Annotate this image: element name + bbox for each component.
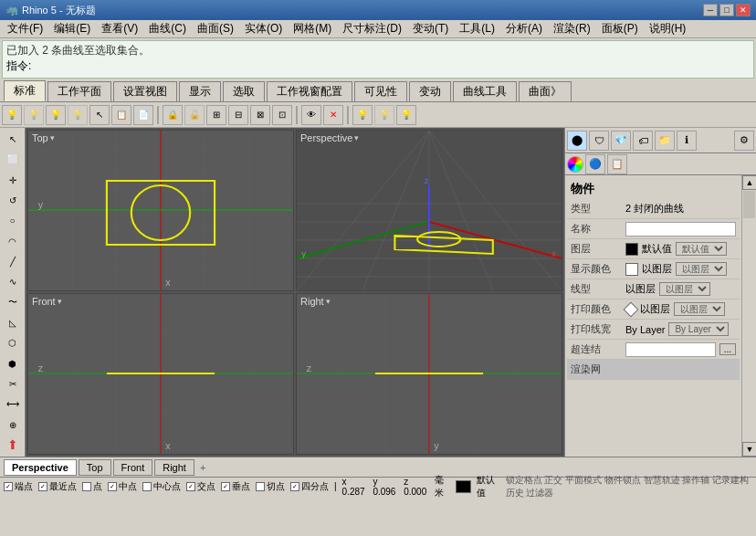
tab-visible[interactable]: 可见性 (354, 81, 407, 101)
tab-select[interactable]: 选取 (223, 81, 265, 101)
tool-layer2[interactable]: 📄 (133, 105, 153, 125)
snap-mid-check[interactable] (108, 482, 117, 491)
viewport-front[interactable]: Front ▾ x z (27, 293, 294, 455)
snap-tan-check[interactable] (256, 482, 265, 491)
tool-3d1[interactable]: ◺ (2, 313, 24, 332)
bottom-tab-add-button[interactable]: + (196, 461, 209, 474)
tool-lightbulb-1[interactable]: 💡 (2, 105, 22, 125)
tool-trim[interactable]: ✂ (2, 374, 24, 394)
tab-display[interactable]: 显示 (179, 81, 221, 101)
tool-cursor[interactable]: ↖ (89, 105, 110, 125)
snap-quad[interactable]: 四分点 (290, 480, 329, 493)
viewport-perspective-dropdown[interactable]: ▾ (354, 133, 359, 142)
bottom-tab-perspective[interactable]: Perspective (4, 459, 77, 476)
rp-btn-folder[interactable]: 📁 (655, 131, 675, 151)
tool-lightbulb-4[interactable]: 💡 (68, 105, 88, 125)
tool-extend[interactable]: ⟷ (2, 394, 24, 414)
viewport-top[interactable]: Top ▾ (27, 130, 294, 291)
hyperlink-input[interactable] (625, 342, 716, 357)
menu-analysis[interactable]: 分析(A) (500, 20, 548, 37)
tab-transform[interactable]: 变动 (409, 81, 451, 101)
tool-grid4[interactable]: ⊡ (272, 105, 292, 125)
tool-layer[interactable]: 📋 (111, 105, 131, 125)
scroll-down-button[interactable]: ▼ (742, 442, 756, 457)
tool-line[interactable]: ╱ (2, 252, 24, 271)
snap-mid[interactable]: 中点 (108, 480, 137, 493)
snap-near-check[interactable] (38, 482, 47, 491)
bottom-tab-front[interactable]: Front (113, 459, 153, 476)
tool-lightbulb-2[interactable]: 💡 (24, 105, 44, 125)
rp-btn-texture[interactable]: 📋 (607, 154, 627, 174)
tool-dotted-rect[interactable]: ⬜ (2, 150, 24, 169)
menu-surface[interactable]: 曲面(S) (192, 20, 239, 37)
tool-circle[interactable]: ○ (2, 211, 24, 230)
tool-bulb-c[interactable]: 💡 (396, 105, 416, 125)
bottom-tab-right[interactable]: Right (154, 459, 194, 476)
snap-endpoint[interactable]: 端点 (4, 480, 33, 493)
snap-endpoint-check[interactable] (4, 482, 13, 491)
linetype-dropdown[interactable]: 以图层 (659, 282, 710, 296)
snap-near[interactable]: 最近点 (38, 480, 77, 493)
menu-transform[interactable]: 变动(T) (407, 20, 454, 37)
tool-arrow2[interactable]: ⬆ (2, 436, 24, 455)
scroll-up-button[interactable]: ▲ (742, 175, 756, 190)
menu-edit[interactable]: 编辑(E) (48, 20, 96, 37)
snap-point[interactable]: 点 (82, 480, 102, 493)
menu-mesh[interactable]: 网格(M) (288, 20, 337, 37)
menu-help[interactable]: 说明(H) (644, 20, 692, 37)
tab-workplane[interactable]: 工作平面 (47, 81, 111, 101)
snap-quad-check[interactable] (290, 482, 299, 491)
tool-move[interactable]: ✛ (2, 171, 24, 190)
tool-curve[interactable]: ∿ (2, 272, 24, 291)
rp-btn-render[interactable]: 💎 (611, 131, 631, 151)
menu-curve[interactable]: 曲线(C) (143, 20, 192, 37)
viewport-front-dropdown[interactable]: ▾ (58, 297, 62, 306)
rp-btn-layer[interactable]: 🛡 (589, 131, 609, 151)
rp-btn-settings[interactable]: ⚙ (734, 131, 754, 151)
snap-center-check[interactable] (142, 482, 152, 491)
rp-btn-tag[interactable]: 🏷 (633, 131, 653, 151)
tool-arrow[interactable]: ↖ (2, 130, 24, 149)
prop-value-name[interactable] (625, 222, 736, 236)
tab-surface[interactable]: 曲面》 (519, 81, 572, 101)
tool-arc[interactable]: ◠ (2, 232, 24, 251)
tool-freeform[interactable]: 〜 (2, 293, 24, 312)
viewport-right-dropdown[interactable]: ▾ (326, 297, 331, 306)
tab-setview[interactable]: 设置视图 (113, 81, 177, 101)
tab-curvetools[interactable]: 曲线工具 (453, 81, 517, 101)
dispcolor-dropdown[interactable]: 以图层 (676, 262, 727, 276)
command-input[interactable] (35, 60, 108, 73)
snap-perp-check[interactable] (221, 482, 230, 491)
tool-lock2[interactable]: 🔓 (184, 105, 205, 125)
tab-workwin[interactable]: 工作视窗配置 (267, 81, 352, 101)
snap-intersect[interactable]: 交点 (186, 480, 215, 493)
menu-dim[interactable]: 尺寸标注(D) (337, 20, 407, 37)
minimize-button[interactable]: ─ (703, 4, 718, 16)
tool-x[interactable]: ✕ (323, 105, 343, 125)
viewport-top-dropdown[interactable]: ▾ (50, 133, 55, 142)
name-input[interactable] (625, 222, 736, 236)
tab-standard[interactable]: 标准 (4, 80, 46, 101)
snap-perp[interactable]: 垂点 (221, 480, 250, 493)
bottom-tab-top[interactable]: Top (79, 459, 111, 476)
close-button[interactable]: ✕ (736, 4, 751, 16)
snap-center[interactable]: 中心点 (142, 480, 181, 493)
tool-bulb-a[interactable]: 💡 (352, 105, 373, 125)
rp-btn-info[interactable]: ℹ (677, 131, 697, 151)
tool-bulb-b[interactable]: 💡 (374, 105, 394, 125)
tool-3d3[interactable]: ⬢ (2, 353, 24, 373)
printwidth-dropdown[interactable]: By Layer (668, 322, 729, 336)
menu-panel[interactable]: 面板(P) (596, 20, 644, 37)
tool-lightbulb-3[interactable]: 💡 (46, 105, 66, 125)
menu-tools[interactable]: 工具(L) (454, 20, 500, 37)
tool-rotate[interactable]: ↺ (2, 191, 24, 210)
rp-btn-swatch[interactable] (567, 156, 583, 173)
snap-point-check[interactable] (82, 482, 91, 491)
tool-grid3[interactable]: ⊠ (250, 105, 270, 125)
rp-btn-color[interactable]: ⬤ (567, 131, 587, 151)
snap-tan[interactable]: 切点 (256, 480, 285, 493)
tool-3d2[interactable]: ⬡ (2, 333, 24, 352)
viewport-right[interactable]: Right ▾ y z (296, 293, 562, 455)
tool-lock[interactable]: 🔒 (163, 105, 183, 125)
rp-btn-material[interactable]: 🔵 (585, 154, 605, 174)
